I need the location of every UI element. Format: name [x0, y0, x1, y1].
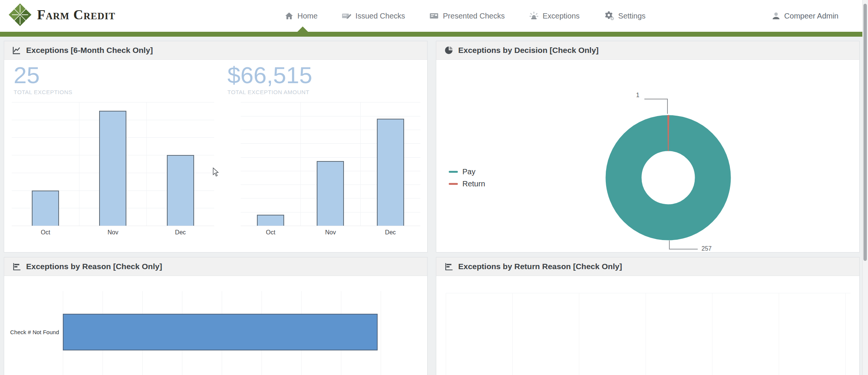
panel-title: Exceptions by Return Reason [Check Only]: [458, 262, 622, 271]
panel-six-month-exceptions: Exceptions [6-Month Check Only] 25 TOTAL…: [4, 41, 428, 253]
decision-donut-chart[interactable]: [604, 113, 733, 242]
x-axis-labels: Oct Nov Dec: [12, 229, 214, 236]
return-swatch: [449, 183, 458, 185]
callout-line: [667, 99, 668, 114]
exception-amount-plot: [241, 102, 420, 226]
presented-checks-icon: [429, 11, 439, 20]
panel-return-reason-header: Exceptions by Return Reason [Check Only]: [436, 257, 859, 276]
vertical-scrollbar[interactable]: [862, 0, 868, 375]
hbar-chart-icon: [445, 262, 453, 271]
bar-dec[interactable]: [377, 119, 404, 226]
pie-chart-icon: [445, 46, 453, 54]
nav-accent-bar: [0, 32, 863, 37]
panel-title: Exceptions by Decision [Check Only]: [458, 46, 599, 55]
exception-count-plot: [12, 102, 214, 226]
legend-item-pay[interactable]: Pay: [449, 167, 485, 176]
bar-oct[interactable]: [257, 215, 284, 226]
callout-line: [669, 249, 698, 249]
reason-plot: [63, 291, 420, 375]
total-exception-amount-value: $66,515: [227, 63, 312, 87]
panel-exceptions-by-return-reason: Exceptions by Return Reason [Check Only]: [436, 257, 860, 375]
total-exception-amount-stat: $66,515 TOTAL EXCEPTION AMOUNT: [227, 63, 312, 95]
total-exception-amount-label: TOTAL EXCEPTION AMOUNT: [227, 89, 312, 95]
exception-count-bar-chart: Oct Nov Dec: [12, 102, 214, 236]
farm-credit-logo[interactable]: Farm Credit: [8, 3, 115, 26]
nav-item-exceptions[interactable]: Exceptions: [529, 11, 580, 21]
settings-icon: [604, 11, 614, 21]
active-tab-arrow: [297, 26, 308, 32]
nav-item-settings[interactable]: Settings: [604, 11, 646, 21]
donut-legend: Pay Return: [449, 167, 485, 188]
panel-exceptions-by-reason: Exceptions by Reason [Check Only] Check …: [4, 257, 428, 375]
callout-line: [644, 99, 668, 99]
main-nav: Home Issued Checks Presented Checks: [285, 0, 646, 32]
bar-nov[interactable]: [99, 111, 126, 226]
return-reason-empty-plot: [446, 293, 851, 375]
farm-credit-leaf-icon: [8, 3, 32, 26]
callout-return-count: 1: [636, 92, 639, 99]
nav-item-home[interactable]: Home: [285, 11, 317, 20]
nav-item-presented-checks[interactable]: Presented Checks: [429, 11, 505, 20]
nav-item-issued-checks[interactable]: Issued Checks: [342, 11, 405, 20]
scrollbar-thumb[interactable]: [863, 4, 867, 261]
x-axis-labels: Oct Nov Dec: [241, 229, 420, 236]
brand-name: Farm Credit: [37, 7, 115, 23]
top-bar: Farm Credit Home Issued Checks: [0, 0, 868, 32]
bar-oct[interactable]: [32, 191, 59, 226]
exceptions-icon: [529, 11, 539, 21]
exception-amount-bar-chart: Oct Nov Dec: [241, 102, 420, 236]
user-menu[interactable]: Compeer Admin: [772, 0, 838, 32]
reason-category-label: Check # Not Found: [8, 329, 59, 335]
legend-item-return[interactable]: Return: [449, 180, 485, 188]
panel-reason-header: Exceptions by Reason [Check Only]: [4, 257, 427, 276]
total-exceptions-value: 25: [14, 63, 72, 87]
callout-pay-count: 257: [702, 245, 712, 252]
panel-title: Exceptions by Reason [Check Only]: [26, 262, 162, 271]
panel-title: Exceptions [6-Month Check Only]: [26, 46, 153, 55]
callout-line: [669, 240, 670, 249]
bar-dec[interactable]: [167, 155, 194, 226]
bar-nov[interactable]: [317, 161, 344, 226]
total-exceptions-label: TOTAL EXCEPTIONS: [14, 89, 72, 95]
mouse-cursor: [212, 167, 220, 177]
panel-six-month-header: Exceptions [6-Month Check Only]: [4, 41, 427, 60]
line-chart-icon: [12, 46, 21, 54]
panel-exceptions-by-decision: Exceptions by Decision [Check Only] Pay …: [436, 41, 860, 253]
panel-decision-header: Exceptions by Decision [Check Only]: [436, 41, 859, 60]
pay-swatch: [449, 171, 458, 173]
issued-checks-icon: [342, 11, 352, 20]
total-exceptions-stat: 25 TOTAL EXCEPTIONS: [14, 63, 72, 95]
user-name: Compeer Admin: [784, 12, 838, 20]
dashboard-screen: Farm Credit Home Issued Checks: [0, 0, 868, 375]
home-icon: [285, 11, 294, 20]
user-icon: [772, 11, 781, 20]
hbar-chart-icon: [12, 262, 21, 271]
bar-check-not-found[interactable]: [63, 314, 378, 350]
